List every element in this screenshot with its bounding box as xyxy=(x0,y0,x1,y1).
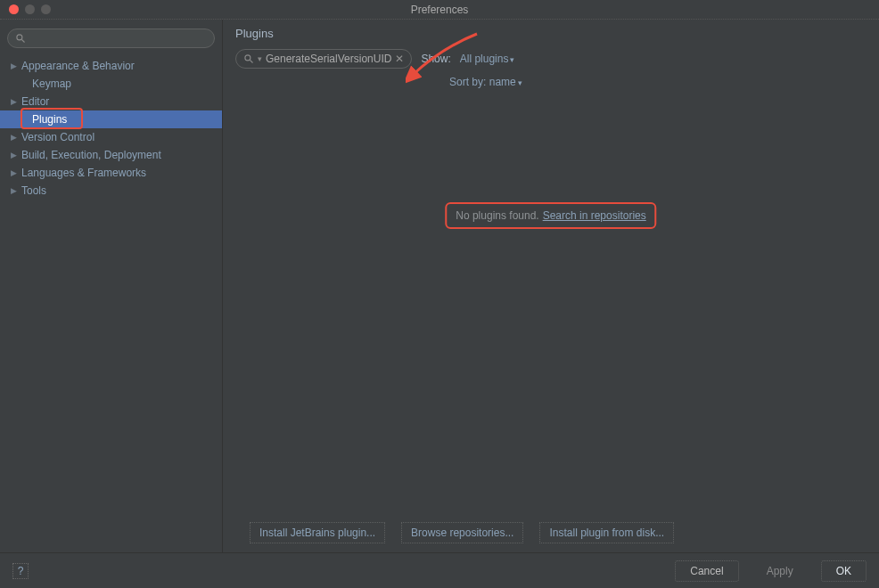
search-icon xyxy=(243,53,254,64)
sort-row: Sort by: name▾ xyxy=(449,76,867,88)
show-filter-dropdown[interactable]: All plugins▾ xyxy=(460,53,515,65)
chevron-right-icon: ▶ xyxy=(11,97,17,106)
chevron-right-icon: ▶ xyxy=(11,133,17,142)
sidebar-item-tools[interactable]: ▶Tools xyxy=(0,182,222,200)
svg-line-1 xyxy=(22,40,25,43)
sidebar-item-languages-frameworks[interactable]: ▶Languages & Frameworks xyxy=(0,164,222,182)
cancel-button[interactable]: Cancel xyxy=(675,560,738,582)
clear-search-icon[interactable]: ✕ xyxy=(395,53,404,65)
window-controls xyxy=(0,4,51,14)
minimize-window-button[interactable] xyxy=(25,4,35,14)
browse-repositories-button[interactable]: Browse repositories... xyxy=(401,522,523,543)
svg-line-3 xyxy=(251,61,253,63)
no-plugins-message: No plugins found. Search in repositories xyxy=(445,202,656,229)
plugins-filter-row: ▾ GenerateSerialVersionUID ✕ Show: All p… xyxy=(235,49,867,69)
svg-point-0 xyxy=(17,35,22,40)
sidebar-item-build-execution-deployment[interactable]: ▶Build, Execution, Deployment xyxy=(0,146,222,164)
panel-title: Plugins xyxy=(235,27,867,40)
chevron-right-icon: ▶ xyxy=(11,61,17,70)
chevron-right-icon: ▶ xyxy=(11,151,17,159)
ok-button[interactable]: OK xyxy=(821,560,867,582)
settings-tree: ▶Appearance & Behavior Keymap ▶Editor Pl… xyxy=(0,55,222,200)
close-window-button[interactable] xyxy=(9,4,19,14)
apply-button: Apply xyxy=(752,560,809,582)
chevron-down-icon: ▾ xyxy=(258,54,262,63)
sidebar-item-plugins[interactable]: Plugins xyxy=(0,110,222,128)
search-in-repositories-link[interactable]: Search in repositories xyxy=(543,209,646,222)
sort-by-dropdown[interactable]: name▾ xyxy=(489,76,522,88)
empty-text: No plugins found. xyxy=(456,209,538,222)
show-label: Show: xyxy=(421,53,450,65)
search-icon xyxy=(15,33,26,44)
plugins-search-field[interactable]: ▾ GenerateSerialVersionUID ✕ xyxy=(235,49,412,69)
svg-point-2 xyxy=(245,55,251,61)
install-plugin-from-disk-button[interactable]: Install plugin from disk... xyxy=(539,522,674,543)
sidebar-item-version-control[interactable]: ▶Version Control xyxy=(0,128,222,146)
sidebar-search[interactable] xyxy=(7,29,215,48)
help-button[interactable]: ? xyxy=(12,563,29,579)
install-jetbrains-plugin-button[interactable]: Install JetBrains plugin... xyxy=(250,522,385,543)
window-title: Preferences xyxy=(0,4,879,16)
dialog-footer: ? Cancel Apply OK xyxy=(0,552,879,588)
chevron-right-icon: ▶ xyxy=(11,186,17,195)
plugins-panel: Plugins ▾ GenerateSerialVersionUID ✕ Sho… xyxy=(223,20,879,552)
sidebar-item-appearance-behavior[interactable]: ▶Appearance & Behavior xyxy=(0,57,222,75)
sidebar-item-keymap[interactable]: Keymap xyxy=(0,75,222,93)
zoom-window-button[interactable] xyxy=(41,4,51,14)
search-value: GenerateSerialVersionUID xyxy=(266,53,391,65)
chevron-down-icon: ▾ xyxy=(518,78,522,87)
chevron-down-icon: ▾ xyxy=(510,55,514,64)
preferences-sidebar: ▶Appearance & Behavior Keymap ▶Editor Pl… xyxy=(0,20,223,552)
sort-label: Sort by: xyxy=(449,76,486,88)
sidebar-search-input[interactable] xyxy=(31,32,207,45)
titlebar: Preferences xyxy=(0,0,879,20)
plugin-actions: Install JetBrains plugin... Browse repos… xyxy=(223,522,879,543)
chevron-right-icon: ▶ xyxy=(11,168,17,177)
sidebar-item-editor[interactable]: ▶Editor xyxy=(0,93,222,110)
